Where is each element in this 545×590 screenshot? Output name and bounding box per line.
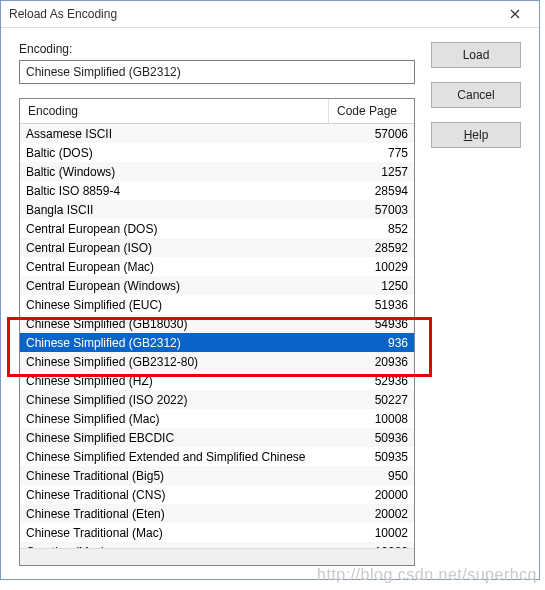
- table-row[interactable]: Chinese Simplified (Mac)10008: [20, 409, 414, 428]
- codepage-cell: 950: [344, 469, 414, 483]
- encoding-cell: Baltic (Windows): [20, 165, 344, 179]
- encoding-cell: Chinese Traditional (Eten): [20, 507, 344, 521]
- codepage-cell: 775: [344, 146, 414, 160]
- table-row[interactable]: Chinese Simplified EBCDIC50936: [20, 428, 414, 447]
- grid-header-row: Encoding Code Page: [20, 99, 414, 124]
- encoding-cell: Central European (Windows): [20, 279, 344, 293]
- button-panel: Load Cancel Help: [431, 42, 521, 566]
- encoding-cell: Chinese Simplified (EUC): [20, 298, 344, 312]
- horizontal-scrollbar[interactable]: [20, 548, 414, 565]
- codepage-cell: 57006: [344, 127, 414, 141]
- encoding-cell: Croatian (Mac): [20, 545, 344, 549]
- encoding-cell: Chinese Simplified (GB2312-80): [20, 355, 344, 369]
- table-row[interactable]: Chinese Simplified Extended and Simplifi…: [20, 447, 414, 466]
- encoding-cell: Bangla ISCII: [20, 203, 344, 217]
- encoding-cell: Chinese Simplified (Mac): [20, 412, 344, 426]
- codepage-cell: 852: [344, 222, 414, 236]
- table-row[interactable]: Central European (Windows)1250: [20, 276, 414, 295]
- table-row[interactable]: Chinese Simplified (GB2312-80)20936: [20, 352, 414, 371]
- table-row[interactable]: Central European (Mac)10029: [20, 257, 414, 276]
- encoding-cell: Central European (Mac): [20, 260, 344, 274]
- table-row[interactable]: Chinese Simplified (EUC)51936: [20, 295, 414, 314]
- codepage-cell: 28592: [344, 241, 414, 255]
- codepage-cell: 20002: [344, 507, 414, 521]
- grid-body[interactable]: Assamese ISCII57006Baltic (DOS)775Baltic…: [20, 124, 414, 548]
- left-panel: Encoding: Encoding Code Page Assamese IS…: [19, 42, 415, 566]
- help-button[interactable]: Help: [431, 122, 521, 148]
- codepage-cell: 52936: [344, 374, 414, 388]
- table-row[interactable]: Bangla ISCII57003: [20, 200, 414, 219]
- window-title: Reload As Encoding: [9, 7, 495, 21]
- codepage-cell: 936: [344, 336, 414, 350]
- table-row[interactable]: Chinese Traditional (Mac)10002: [20, 523, 414, 542]
- table-row[interactable]: Assamese ISCII57006: [20, 124, 414, 143]
- table-row[interactable]: Central European (DOS)852: [20, 219, 414, 238]
- codepage-cell: 50936: [344, 431, 414, 445]
- watermark-text: http://blog.csdn.net/superhcq: [317, 566, 537, 584]
- table-row[interactable]: Chinese Simplified (ISO 2022)50227: [20, 390, 414, 409]
- codepage-cell: 50227: [344, 393, 414, 407]
- close-button[interactable]: [495, 3, 535, 25]
- table-row[interactable]: Baltic (DOS)775: [20, 143, 414, 162]
- encoding-cell: Central European (ISO): [20, 241, 344, 255]
- table-row[interactable]: Baltic (Windows)1257: [20, 162, 414, 181]
- encoding-cell: Baltic (DOS): [20, 146, 344, 160]
- grid-header-encoding[interactable]: Encoding: [20, 99, 329, 123]
- table-row[interactable]: Baltic ISO 8859-428594: [20, 181, 414, 200]
- table-row[interactable]: Chinese Simplified (GB18030)54936: [20, 314, 414, 333]
- encoding-grid: Encoding Code Page Assamese ISCII57006Ba…: [19, 98, 415, 566]
- encoding-cell: Chinese Simplified (HZ): [20, 374, 344, 388]
- table-row[interactable]: Chinese Simplified (HZ)52936: [20, 371, 414, 390]
- encoding-cell: Chinese Traditional (Mac): [20, 526, 344, 540]
- encoding-cell: Chinese Simplified (GB18030): [20, 317, 344, 331]
- encoding-cell: Chinese Traditional (Big5): [20, 469, 344, 483]
- encoding-label: Encoding:: [19, 42, 415, 56]
- encoding-cell: Central European (DOS): [20, 222, 344, 236]
- table-row[interactable]: Croatian (Mac)10082: [20, 542, 414, 548]
- encoding-input[interactable]: [19, 60, 415, 84]
- codepage-cell: 57003: [344, 203, 414, 217]
- table-row[interactable]: Chinese Traditional (Eten)20002: [20, 504, 414, 523]
- encoding-cell: Baltic ISO 8859-4: [20, 184, 344, 198]
- titlebar: Reload As Encoding: [1, 1, 539, 28]
- table-row[interactable]: Chinese Traditional (Big5)950: [20, 466, 414, 485]
- codepage-cell: 1250: [344, 279, 414, 293]
- grid-body-wrap: Assamese ISCII57006Baltic (DOS)775Baltic…: [20, 124, 414, 548]
- cancel-button[interactable]: Cancel: [431, 82, 521, 108]
- codepage-cell: 20936: [344, 355, 414, 369]
- codepage-cell: 1257: [344, 165, 414, 179]
- grid-header-codepage[interactable]: Code Page: [329, 99, 414, 123]
- table-row[interactable]: Chinese Traditional (CNS)20000: [20, 485, 414, 504]
- load-button[interactable]: Load: [431, 42, 521, 68]
- codepage-cell: 10002: [344, 526, 414, 540]
- encoding-cell: Chinese Simplified Extended and Simplifi…: [20, 450, 344, 464]
- codepage-cell: 10082: [344, 545, 414, 549]
- codepage-cell: 28594: [344, 184, 414, 198]
- encoding-cell: Chinese Traditional (CNS): [20, 488, 344, 502]
- encoding-cell: Assamese ISCII: [20, 127, 344, 141]
- encoding-cell: Chinese Simplified (GB2312): [20, 336, 344, 350]
- codepage-cell: 10008: [344, 412, 414, 426]
- codepage-cell: 54936: [344, 317, 414, 331]
- table-row[interactable]: Central European (ISO)28592: [20, 238, 414, 257]
- codepage-cell: 20000: [344, 488, 414, 502]
- close-icon: [510, 9, 520, 19]
- codepage-cell: 10029: [344, 260, 414, 274]
- dialog-window: Reload As Encoding Encoding: Encoding Co…: [0, 0, 540, 580]
- codepage-cell: 50935: [344, 450, 414, 464]
- encoding-cell: Chinese Simplified (ISO 2022): [20, 393, 344, 407]
- table-row[interactable]: Chinese Simplified (GB2312)936: [20, 333, 414, 352]
- codepage-cell: 51936: [344, 298, 414, 312]
- encoding-cell: Chinese Simplified EBCDIC: [20, 431, 344, 445]
- dialog-body: Encoding: Encoding Code Page Assamese IS…: [1, 28, 539, 580]
